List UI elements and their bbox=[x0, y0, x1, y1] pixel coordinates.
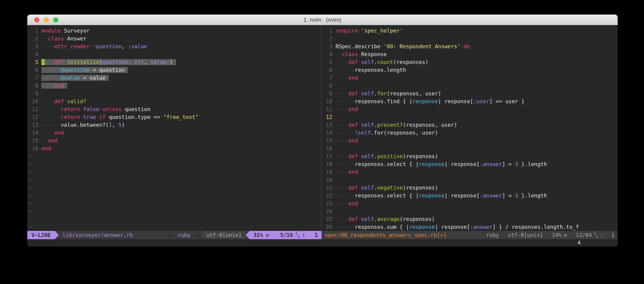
command-line: 4 bbox=[27, 239, 618, 247]
code-line[interactable]: 11······return·false·unless·question bbox=[29, 105, 321, 113]
line-number: 18 bbox=[323, 160, 332, 168]
empty-line-tilde: ~ bbox=[29, 153, 32, 159]
powerline-arrow-icon bbox=[55, 231, 59, 239]
encoding-label: utf-8[unix] bbox=[508, 232, 543, 238]
empty-line-tilde: ~ bbox=[29, 185, 32, 191]
line-number: 22 bbox=[323, 192, 332, 199]
minimize-button[interactable] bbox=[44, 17, 49, 22]
pending-command-count: 4 bbox=[578, 239, 580, 246]
code-line[interactable]: 13····def·self.present?(responses,·user) bbox=[323, 121, 618, 129]
colon-separator: : bbox=[302, 232, 305, 238]
code-line[interactable]: 14······!self.for(responses,·user) bbox=[323, 129, 618, 137]
code-line[interactable]: 12 bbox=[323, 113, 618, 121]
line-number-icon: LN bbox=[594, 232, 598, 238]
empty-line-tilde: ~ bbox=[29, 177, 32, 183]
line-number: 13 bbox=[323, 121, 332, 129]
statusline-row: V-LINE lib/surveyor/answer.rb ruby utf-8… bbox=[27, 231, 618, 239]
code-line[interactable]: 8 bbox=[323, 82, 618, 90]
code-line[interactable]: 2 bbox=[323, 35, 618, 42]
code-line[interactable]: 19····end bbox=[323, 168, 618, 176]
line-number: 9 bbox=[29, 90, 38, 97]
code-line[interactable]: 9 bbox=[29, 90, 321, 97]
code-line[interactable]: 6······responses.length bbox=[323, 66, 618, 74]
line-number: 23 bbox=[323, 199, 332, 207]
terminal-window: 1. nvim . (nvim) 1module·Surveyor2··clas… bbox=[27, 14, 618, 247]
line-number: 24 bbox=[323, 207, 332, 215]
code-line[interactable]: 14····end bbox=[29, 129, 321, 137]
code-line[interactable]: 11····end bbox=[323, 105, 618, 113]
code-line[interactable]: 10····def·valid? bbox=[29, 97, 321, 105]
position-segment: 31% ≡ 5/16 LN : 1 bbox=[250, 231, 322, 239]
zoom-button[interactable] bbox=[53, 17, 58, 22]
code-line[interactable]: 22······responses.select·{·|response|·re… bbox=[323, 192, 618, 199]
close-button[interactable] bbox=[34, 17, 39, 22]
code-line[interactable]: 20 bbox=[323, 176, 618, 184]
line-number: 5 bbox=[29, 58, 38, 66]
code-line[interactable]: 15····end bbox=[323, 137, 618, 144]
code-line[interactable]: 8 end bbox=[29, 82, 321, 90]
line-number: 6 bbox=[29, 66, 38, 74]
code-line[interactable]: 26······responses.sum·{·|response|·respo… bbox=[323, 223, 618, 231]
code-line[interactable]: 4··class·Response bbox=[323, 50, 618, 58]
line-number: 20 bbox=[323, 176, 332, 184]
line-number: 7 bbox=[323, 74, 332, 82]
traffic-lights bbox=[34, 14, 58, 25]
code-line[interactable]: 21····def·self.negative(responses) bbox=[323, 184, 618, 192]
code-line[interactable]: 3RSpec.describe·'00:·Respondent·Answers'… bbox=[323, 42, 618, 50]
code-line[interactable]: 5· def initialize(question: nil, value:) bbox=[29, 58, 321, 66]
line-number: 11 bbox=[323, 105, 332, 113]
line-number: 14 bbox=[323, 129, 332, 137]
line-number: 16 bbox=[323, 144, 332, 152]
code-line[interactable]: 25····def·self.average(responses) bbox=[323, 215, 618, 223]
empty-line-tilde: ~ bbox=[29, 193, 32, 199]
code-line[interactable]: 9····def·self.for(responses,·user) bbox=[323, 90, 618, 97]
code-line[interactable]: 16end bbox=[29, 144, 321, 152]
line-number: 2 bbox=[323, 35, 332, 42]
code-line[interactable]: 17····def·self.positive(responses) bbox=[323, 152, 618, 160]
code-line[interactable]: 1require·'spec_helper' bbox=[323, 27, 618, 35]
code-line[interactable]: 3····attr_reader·:question,·:value bbox=[29, 42, 321, 50]
line-number: 10 bbox=[29, 97, 38, 105]
code-line[interactable]: 15··end bbox=[29, 137, 321, 144]
code-line[interactable]: 4 bbox=[29, 50, 321, 58]
code-line[interactable]: 2··class·Answer bbox=[29, 35, 321, 42]
code-line[interactable]: 1module·Surveyor bbox=[29, 27, 321, 35]
empty-line-tilde: ~ bbox=[29, 169, 32, 175]
line-number: 3 bbox=[323, 42, 332, 50]
code-line[interactable]: 13······value.between?(1,·5) bbox=[29, 121, 321, 129]
code-line[interactable]: 5····def·self.count(responses) bbox=[323, 58, 618, 66]
position-group: 12/84 LN : 1 bbox=[576, 232, 614, 238]
code-line[interactable]: 7····end bbox=[323, 74, 618, 82]
code-line[interactable]: 24 bbox=[323, 207, 618, 215]
code-line[interactable]: 12······return·true·if·question.type·==·… bbox=[29, 113, 321, 121]
code-line[interactable]: 23····end bbox=[323, 199, 618, 207]
line-number: 11 bbox=[29, 105, 38, 113]
left-code-pane[interactable]: 1module·Surveyor2··class·Answer3····attr… bbox=[27, 25, 321, 231]
chevron-left-icon bbox=[196, 233, 200, 237]
line-number: 9 bbox=[323, 90, 332, 97]
empty-line-tilde: ~ bbox=[29, 208, 32, 214]
window-titlebar[interactable]: 1. nvim . (nvim) bbox=[27, 14, 618, 25]
scroll-percent: 14% bbox=[552, 232, 562, 238]
mode-indicator: V-LINE bbox=[27, 231, 55, 239]
right-code-pane[interactable]: 1require·'spec_helper'23RSpec.describe·'… bbox=[321, 25, 618, 231]
encoding-label: utf-8[unix] bbox=[202, 231, 246, 239]
code-line[interactable]: 16 bbox=[323, 144, 618, 152]
line-number: 3 bbox=[29, 42, 38, 50]
line-number: 1 bbox=[323, 27, 332, 35]
line-number: 14 bbox=[29, 129, 38, 137]
line-number: 6 bbox=[323, 66, 332, 74]
line-number: 4 bbox=[323, 50, 332, 58]
line-number: 12 bbox=[29, 113, 38, 121]
line-number: 8 bbox=[29, 82, 38, 90]
code-line[interactable]: 18······responses.select·{·|response|·re… bbox=[323, 160, 618, 168]
code-line[interactable]: 6 @question = question bbox=[29, 66, 321, 74]
filetype-label: ruby bbox=[174, 232, 194, 238]
line-number: 16 bbox=[29, 144, 38, 152]
line-number: 1 bbox=[29, 27, 38, 35]
code-line[interactable]: 10······responses.find·{·|response|·resp… bbox=[323, 97, 618, 105]
code-line[interactable]: 7 @value = value bbox=[29, 74, 321, 82]
menu-icon: ≡ bbox=[564, 232, 567, 238]
statusline-left-right-group: ruby utf-8[unix] bbox=[166, 231, 246, 239]
line-number: 12 bbox=[323, 113, 332, 121]
